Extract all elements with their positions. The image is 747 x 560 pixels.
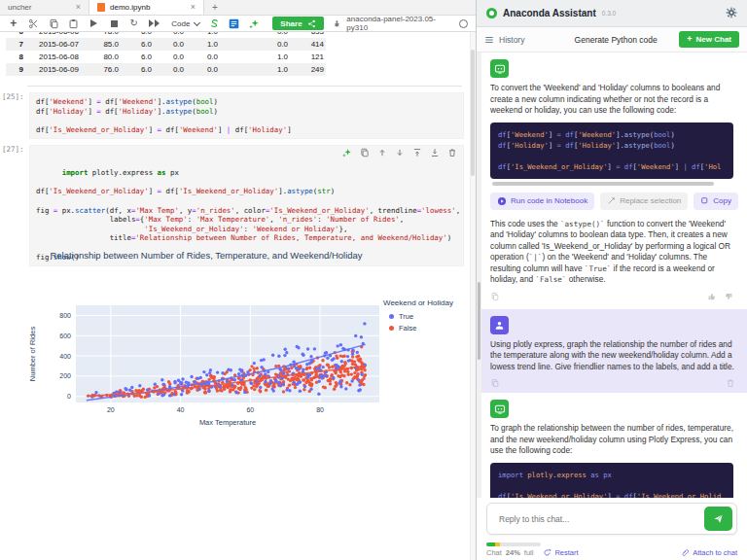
- legend-item[interactable]: False: [383, 322, 453, 333]
- paste-icon: [68, 18, 79, 29]
- chat-status-bar: Chat 24% full Restart Attach to chat: [477, 541, 747, 560]
- run-code-button[interactable]: Run code in Notebook: [490, 192, 594, 210]
- table-row: 82015-06-0880.06.00.00.01.0121: [6, 51, 326, 63]
- chat-input-box[interactable]: [486, 503, 737, 535]
- share-button[interactable]: Share: [272, 17, 323, 30]
- delete-message-icon[interactable]: [726, 378, 735, 388]
- share-nodes-icon: [307, 19, 316, 28]
- hamburger-icon: [484, 35, 494, 45]
- insert-cell-above-icon[interactable]: [412, 148, 422, 158]
- replace-selection-label: Replace selection: [620, 196, 681, 205]
- replace-selection-button[interactable]: Replace selection: [600, 192, 688, 210]
- legend-marker: [389, 314, 394, 319]
- copy-code-label: Copy: [713, 196, 731, 205]
- anaconda-logo-icon: [486, 8, 497, 18]
- table-row: 92015-06-0976.06.00.00.01.0249: [6, 63, 326, 76]
- cell-hover-toolbar: [342, 148, 457, 158]
- message-text: To graph the relationship between the nu…: [490, 423, 735, 457]
- close-icon[interactable]: ×: [76, 3, 81, 12]
- kernel-name[interactable]: anaconda-panel-2023.05-py310: [346, 15, 453, 32]
- message-text: To convert the 'Weekend' and 'Holiday' c…: [490, 83, 735, 117]
- tab-notebook-label: demo.ipynb: [110, 3, 150, 12]
- notebook-icon: [97, 3, 105, 12]
- run-all-button[interactable]: [149, 18, 160, 29]
- play-circle-icon: [497, 196, 507, 206]
- history-button[interactable]: History: [484, 35, 552, 45]
- anaconda-snake-icon: [209, 18, 220, 29]
- tab-notebook[interactable]: demo.ipynb ×: [89, 0, 204, 15]
- svg-text:20: 20: [107, 406, 115, 413]
- move-cell-down-icon[interactable]: [395, 148, 405, 158]
- cell-type-dropdown[interactable]: Code: [171, 19, 199, 28]
- svg-text:40: 40: [177, 406, 185, 413]
- assistant-code-block: df['Weekend'] = df['Weekend'].astype(boo…: [490, 122, 733, 179]
- plot-output: Relationship between Number of Rides, Te…: [0, 248, 476, 261]
- code-cell-input[interactable]: df['Weekend'] = df['Weekend'].astype(boo…: [29, 92, 464, 139]
- debugger-bug-icon[interactable]: [333, 19, 341, 28]
- close-icon[interactable]: ×: [191, 3, 196, 12]
- copy-code-button[interactable]: Copy: [694, 192, 738, 210]
- duplicate-cell-icon[interactable]: [360, 148, 370, 158]
- message-footer: [490, 378, 735, 388]
- attach-to-chat-button[interactable]: Attach to chat: [681, 548, 737, 557]
- send-button[interactable]: [704, 507, 732, 531]
- insert-cell-below-icon[interactable]: [430, 148, 440, 158]
- restart-chat-button[interactable]: Restart: [543, 548, 578, 557]
- assistant-snake-button[interactable]: [208, 18, 220, 29]
- notebook-area: 62015-06-0678.06.00.01.00.063372015-06-0…: [0, 32, 476, 560]
- restart-kernel-button[interactable]: ↻: [128, 18, 140, 29]
- assistant-panel: Anaconda Assistant 0.3.0 History Generat…: [476, 0, 747, 560]
- chat-input[interactable]: [497, 513, 704, 525]
- move-cell-up-icon[interactable]: [377, 148, 387, 158]
- chat-title: Generate Python code: [552, 35, 679, 45]
- scrollbar-thumb[interactable]: [471, 50, 475, 176]
- paper-plane-icon: [713, 513, 724, 524]
- usage-percent: 24%: [506, 548, 520, 557]
- fast-forward-icon: [149, 19, 160, 27]
- history-label: History: [499, 35, 524, 45]
- code-horizontal-scrollbar[interactable]: [492, 182, 714, 186]
- chevron-down-icon: [194, 18, 200, 25]
- interrupt-kernel-button[interactable]: [108, 18, 120, 29]
- scrollbar-thumb[interactable]: [478, 282, 480, 360]
- stop-icon: [111, 20, 118, 27]
- cut-cells-button[interactable]: [28, 18, 40, 29]
- chat-scrollbar[interactable]: [477, 52, 481, 509]
- copy-message-icon[interactable]: [490, 292, 500, 301]
- settings-button[interactable]: [726, 5, 737, 22]
- legend-item[interactable]: True: [383, 310, 453, 322]
- play-icon: [90, 19, 97, 27]
- svg-text:60: 60: [246, 406, 254, 413]
- new-tab-button[interactable]: +: [204, 0, 226, 15]
- assistant-subheader: History Generate Python code + New Chat: [477, 27, 747, 52]
- chat-usage-progress: [486, 542, 541, 546]
- insert-cell-button[interactable]: +: [8, 18, 19, 29]
- copy-message-icon[interactable]: [490, 378, 500, 388]
- chat-scroll-area[interactable]: To convert the 'Weekend' and 'Holiday' c…: [477, 52, 747, 509]
- new-chat-button[interactable]: + New Chat: [679, 31, 739, 48]
- assistant-title: Anaconda Assistant: [503, 8, 596, 18]
- cell-separator: [27, 86, 462, 87]
- table-row: 72015-06-0785.06.00.01.00.0414: [6, 38, 326, 51]
- thumbs-up-icon[interactable]: [707, 292, 717, 301]
- ai-sparkle-icon[interactable]: [342, 148, 352, 158]
- tab-launcher[interactable]: uncher ×: [0, 0, 89, 15]
- delete-cell-icon[interactable]: [447, 148, 457, 158]
- chart-legend: Weekend or Holiday TrueFalse: [383, 298, 453, 333]
- message-text: This code uses the `astype()` function t…: [490, 219, 735, 286]
- thumbs-down-icon[interactable]: [724, 292, 733, 301]
- copy-cells-button[interactable]: [48, 18, 59, 29]
- input-prompt: [27]:: [2, 145, 27, 155]
- restart-label: Restart: [554, 548, 578, 557]
- plus-icon: +: [687, 35, 692, 44]
- paste-cells-button[interactable]: [68, 18, 80, 29]
- scatter-chart: 204060800200400600800Max TemperatureNumb…: [0, 263, 476, 431]
- toc-button[interactable]: [229, 18, 240, 29]
- usage-prefix: Chat: [486, 548, 502, 557]
- run-cell-button[interactable]: [89, 18, 100, 29]
- dataframe-output: 62015-06-0678.06.00.01.00.063372015-06-0…: [6, 32, 326, 76]
- replace-icon: [607, 196, 616, 205]
- ai-sparkle-button[interactable]: [249, 18, 261, 29]
- svg-text:0: 0: [67, 393, 71, 400]
- assistant-message: To graph the relationship between the nu…: [477, 393, 747, 457]
